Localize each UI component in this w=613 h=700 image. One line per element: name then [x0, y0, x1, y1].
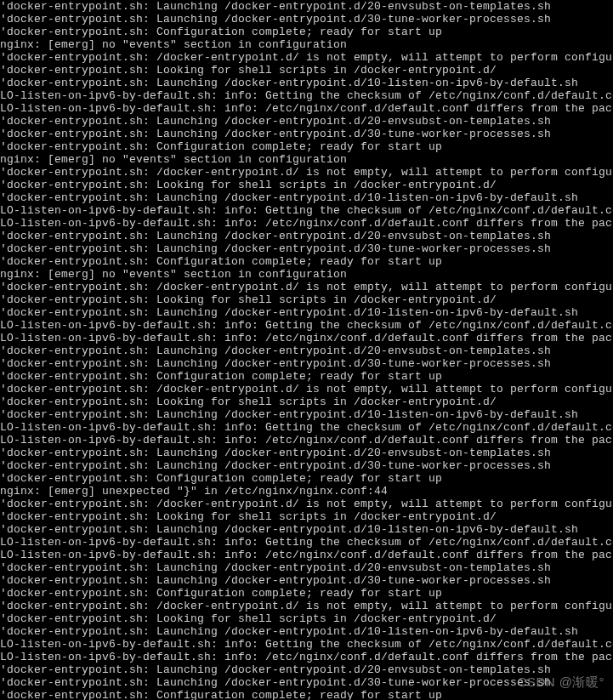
terminal-line: LO-listen-on-ipv6-by-default.sh: info: /… — [0, 434, 613, 447]
terminal-line: 'docker-entrypoint.sh: Launching /docker… — [0, 128, 613, 140]
terminal-line: 'docker-entrypoint.sh: Looking for shell… — [0, 510, 613, 523]
terminal-line: 'docker-entrypoint.sh: Looking for shell… — [0, 179, 613, 191]
terminal-line: 'docker-entrypoint.sh: /docker-entrypoin… — [0, 166, 613, 179]
terminal-line: 'docker-entrypoint.sh: Configuration com… — [0, 140, 613, 153]
terminal-line: 'docker-entrypoint.sh: Looking for shell… — [0, 396, 613, 408]
terminal-line: 'docker-entrypoint.sh: /docker-entrypoin… — [0, 498, 613, 510]
terminal-line: 'docker-entrypoint.sh: Configuration com… — [0, 472, 613, 485]
terminal-line: 'docker-entrypoint.sh: Launching /docker… — [0, 115, 613, 128]
terminal-line: 'docker-entrypoint.sh: Launching /docker… — [0, 357, 613, 370]
terminal-line: 'docker-entrypoint.sh: Launching /docker… — [0, 459, 613, 472]
terminal-line: 'docker-entrypoint.sh: /docker-entrypoin… — [0, 383, 613, 396]
terminal-line: 'docker-entrypoint.sh: Launching /docker… — [0, 191, 613, 204]
terminal-line: LO-listen-on-ipv6-by-default.sh: info: G… — [0, 319, 613, 332]
terminal-line: 'docker-entrypoint.sh: Launching /docker… — [0, 230, 613, 242]
terminal-line: 'docker-entrypoint.sh: Configuration com… — [0, 689, 613, 700]
terminal-line: 'docker-entrypoint.sh: Launching /docker… — [0, 77, 613, 89]
terminal-output[interactable]: 'docker-entrypoint.sh: Launching /docker… — [0, 0, 613, 700]
terminal-line: LO-listen-on-ipv6-by-default.sh: info: G… — [0, 204, 613, 217]
terminal-line: LO-listen-on-ipv6-by-default.sh: info: G… — [0, 89, 613, 102]
terminal-line: 'docker-entrypoint.sh: Launching /docker… — [0, 561, 613, 574]
terminal-line: 'docker-entrypoint.sh: Looking for shell… — [0, 293, 613, 306]
terminal-line: LO-listen-on-ipv6-by-default.sh: info: G… — [0, 638, 613, 651]
terminal-line: LO-listen-on-ipv6-by-default.sh: info: /… — [0, 549, 613, 561]
terminal-line: nginx: [emerg] no "events" section in co… — [0, 268, 613, 281]
terminal-line: 'docker-entrypoint.sh: Launching /docker… — [0, 344, 613, 357]
terminal-line: LO-listen-on-ipv6-by-default.sh: info: /… — [0, 102, 613, 115]
terminal-line: nginx: [emerg] unexpected "}" in /etc/ng… — [0, 485, 613, 498]
terminal-line: 'docker-entrypoint.sh: Launching /docker… — [0, 447, 613, 459]
terminal-line: 'docker-entrypoint.sh: Configuration com… — [0, 370, 613, 383]
terminal-line: LO-listen-on-ipv6-by-default.sh: info: /… — [0, 332, 613, 344]
terminal-line: 'docker-entrypoint.sh: /docker-entrypoin… — [0, 600, 613, 612]
terminal-line: 'docker-entrypoint.sh: /docker-entrypoin… — [0, 51, 613, 64]
terminal-line: LO-listen-on-ipv6-by-default.sh: info: /… — [0, 217, 613, 230]
terminal-line: nginx: [emerg] no "events" section in co… — [0, 38, 613, 51]
terminal-line: 'docker-entrypoint.sh: Configuration com… — [0, 587, 613, 600]
terminal-line: nginx: [emerg] no "events" section in co… — [0, 153, 613, 166]
terminal-line: 'docker-entrypoint.sh: Configuration com… — [0, 26, 613, 38]
terminal-line: 'docker-entrypoint.sh: Launching /docker… — [0, 625, 613, 638]
terminal-line: 'docker-entrypoint.sh: Launching /docker… — [0, 408, 613, 421]
terminal-line: 'docker-entrypoint.sh: Launching /docker… — [0, 523, 613, 536]
terminal-line: 'docker-entrypoint.sh: Launching /docker… — [0, 242, 613, 255]
terminal-line: 'docker-entrypoint.sh: Launching /docker… — [0, 574, 613, 587]
terminal-line: 'docker-entrypoint.sh: Launching /docker… — [0, 13, 613, 26]
terminal-line: 'docker-entrypoint.sh: Launching /docker… — [0, 0, 613, 13]
terminal-line: 'docker-entrypoint.sh: Looking for shell… — [0, 64, 613, 77]
terminal-line: LO-listen-on-ipv6-by-default.sh: info: G… — [0, 421, 613, 434]
terminal-line: LO-listen-on-ipv6-by-default.sh: info: G… — [0, 536, 613, 549]
terminal-line: LO-listen-on-ipv6-by-default.sh: info: /… — [0, 651, 613, 663]
terminal-line: 'docker-entrypoint.sh: Looking for shell… — [0, 612, 613, 625]
terminal-line: 'docker-entrypoint.sh: /docker-entrypoin… — [0, 281, 613, 293]
terminal-line: 'docker-entrypoint.sh: Launching /docker… — [0, 306, 613, 319]
terminal-line: 'docker-entrypoint.sh: Configuration com… — [0, 255, 613, 268]
watermark-text: CSDN @渐暖° — [518, 675, 604, 688]
